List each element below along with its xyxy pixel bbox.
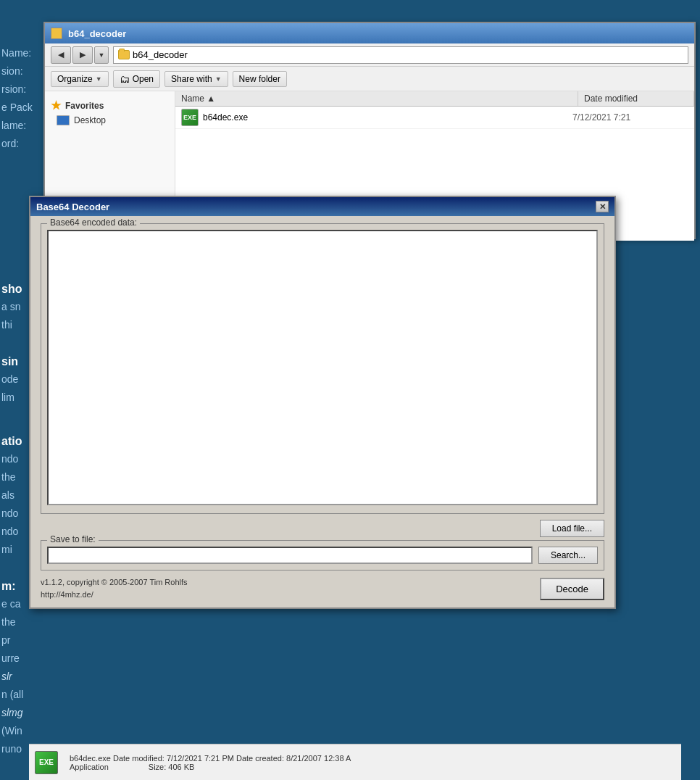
save-input[interactable] bbox=[47, 547, 533, 564]
col-date-header[interactable]: Date modified bbox=[578, 91, 694, 106]
col-name-header[interactable]: Name ▲ bbox=[175, 91, 578, 106]
dropdown-button[interactable]: ▼ bbox=[94, 46, 109, 64]
file-date: 7/12/2021 7:21 bbox=[572, 112, 688, 123]
bg-text-lame: lame: bbox=[1, 120, 26, 131]
status-size: Size: 406 KB bbox=[149, 763, 195, 771]
bg-text-sin: sin bbox=[1, 355, 18, 368]
share-with-button[interactable]: Share with ▼ bbox=[164, 71, 228, 87]
save-row: Search... bbox=[47, 547, 598, 564]
decoder-dialog: Base64 Decoder ✕ Base64 encoded data: Lo… bbox=[29, 196, 616, 609]
dialog-title: Base64 Decoder bbox=[36, 202, 109, 212]
explorer-title-icon bbox=[51, 28, 62, 39]
folder-icon bbox=[118, 50, 130, 59]
table-row[interactable]: EXE b64dec.exe 7/12/2021 7:21 bbox=[175, 107, 694, 129]
bg-text-ord: ord: bbox=[1, 138, 19, 149]
address-bar[interactable]: b64_decoder bbox=[113, 46, 688, 64]
bg-text-sion: sion: bbox=[1, 65, 23, 77]
bg-text-ode: ode bbox=[1, 373, 18, 385]
encoded-textarea[interactable] bbox=[47, 230, 598, 505]
save-group-label: Save to file: bbox=[47, 534, 99, 544]
desktop-icon bbox=[57, 115, 70, 125]
favorites-heading[interactable]: ★ Favorites bbox=[51, 97, 169, 114]
bg-text-als: als bbox=[1, 489, 14, 501]
file-name-cell: EXE b64dec.exe bbox=[181, 109, 572, 126]
bg-text-win: (Win bbox=[1, 725, 22, 737]
bg-text-eca: e ca bbox=[1, 598, 20, 610]
organize-label: Organize bbox=[57, 74, 93, 84]
explorer-title: b64_decoder bbox=[68, 28, 126, 39]
bg-text-ndo3: ndo bbox=[1, 526, 18, 537]
star-icon: ★ bbox=[51, 99, 61, 112]
bg-text-runo: runo bbox=[1, 743, 22, 755]
bg-text-slmg: slmg bbox=[1, 707, 23, 718]
save-group-box: Save to file: Search... bbox=[41, 540, 604, 571]
dialog-close-button[interactable]: ✕ bbox=[596, 201, 609, 212]
col-name-label: Name bbox=[181, 94, 204, 104]
footer-row: v1.1.2, copyright © 2005-2007 Tim Rohlfs… bbox=[41, 576, 604, 600]
favorites-section: ★ Favorites Desktop bbox=[51, 97, 169, 127]
encoded-group-label: Base64 encoded data: bbox=[47, 217, 140, 228]
explorer-action-bar: Organize ▼ 🗂 Open Share with ▼ New folde… bbox=[45, 67, 694, 91]
bg-text-pack: e Pack bbox=[1, 101, 33, 113]
status-app-type: Application bbox=[70, 763, 109, 771]
forward-button[interactable]: ▶ bbox=[72, 46, 93, 64]
bg-text-slr: slr bbox=[1, 671, 12, 682]
open-button[interactable]: 🗂 Open bbox=[113, 70, 160, 88]
status-app-info: Application Size: 406 KB bbox=[70, 763, 351, 771]
status-bar: EXE b64dec.exe Date modified: 7/12/2021 … bbox=[29, 744, 681, 780]
bg-text-ndo2: ndo bbox=[1, 507, 18, 519]
dialog-titlebar: Base64 Decoder ✕ bbox=[30, 197, 614, 216]
organize-dropdown-icon: ▼ bbox=[96, 75, 102, 83]
load-file-row: Load file... bbox=[41, 520, 604, 537]
decode-button[interactable]: Decode bbox=[540, 578, 604, 600]
file-list-header: Name ▲ Date modified bbox=[175, 91, 694, 107]
bg-text-name: Name: bbox=[1, 47, 31, 59]
desktop-label: Desktop bbox=[74, 115, 106, 125]
search-button[interactable]: Search... bbox=[538, 547, 598, 564]
back-button[interactable]: ◀ bbox=[51, 46, 71, 64]
dialog-body: Base64 encoded data: Load file... Save t… bbox=[30, 216, 614, 607]
bg-text-atio: atio bbox=[1, 435, 22, 448]
sidebar-item-desktop[interactable]: Desktop bbox=[51, 114, 169, 127]
share-dropdown-icon: ▼ bbox=[215, 75, 222, 83]
bg-text-sho: sho bbox=[1, 283, 22, 296]
address-text: b64_decoder bbox=[133, 49, 188, 60]
load-file-button[interactable]: Load file... bbox=[540, 520, 604, 537]
open-label: Open bbox=[133, 74, 154, 84]
exe-icon: EXE bbox=[181, 109, 199, 126]
status-file-icon: EXE bbox=[35, 751, 58, 774]
share-with-label: Share with bbox=[171, 74, 212, 84]
bg-text-thi: thi bbox=[1, 319, 12, 331]
bg-text-urre: urre bbox=[1, 652, 20, 664]
bg-text-the1: the bbox=[1, 471, 15, 483]
status-text-block: b64dec.exe Date modified: 7/12/2021 7:21… bbox=[70, 754, 351, 771]
copyright-line2: http://4mhz.de/ bbox=[41, 589, 188, 601]
favorites-label: Favorites bbox=[65, 101, 104, 111]
bg-text-lim: lim bbox=[1, 391, 14, 403]
bg-text-ndo1: ndo bbox=[1, 453, 18, 465]
encoded-group-box: Base64 encoded data: bbox=[41, 223, 604, 514]
new-folder-label: New folder bbox=[239, 74, 280, 84]
col-date-label: Date modified bbox=[584, 94, 638, 104]
bg-text-the2: the bbox=[1, 616, 15, 628]
copyright-line1: v1.1.2, copyright © 2005-2007 Tim Rohlfs bbox=[41, 576, 188, 589]
bg-text-rsion: rsion: bbox=[1, 83, 26, 95]
status-file-info: b64dec.exe Date modified: 7/12/2021 7:21… bbox=[70, 754, 351, 763]
new-folder-button[interactable]: New folder bbox=[233, 71, 287, 87]
explorer-toolbar: ◀ ▶ ▼ b64_decoder bbox=[45, 43, 694, 67]
organize-button[interactable]: Organize ▼ bbox=[51, 71, 109, 87]
open-icon: 🗂 bbox=[120, 73, 130, 85]
bg-text-mi: mi bbox=[1, 544, 12, 555]
copyright-text: v1.1.2, copyright © 2005-2007 Tim Rohlfs… bbox=[41, 576, 188, 600]
bg-text-pr: pr bbox=[1, 634, 10, 646]
file-name: b64dec.exe bbox=[203, 112, 248, 123]
bg-text-asn: a sn bbox=[1, 301, 20, 312]
bg-text-nall: n (all bbox=[1, 689, 23, 700]
explorer-titlebar: b64_decoder bbox=[45, 23, 694, 43]
bg-text-m: m: bbox=[1, 580, 16, 593]
